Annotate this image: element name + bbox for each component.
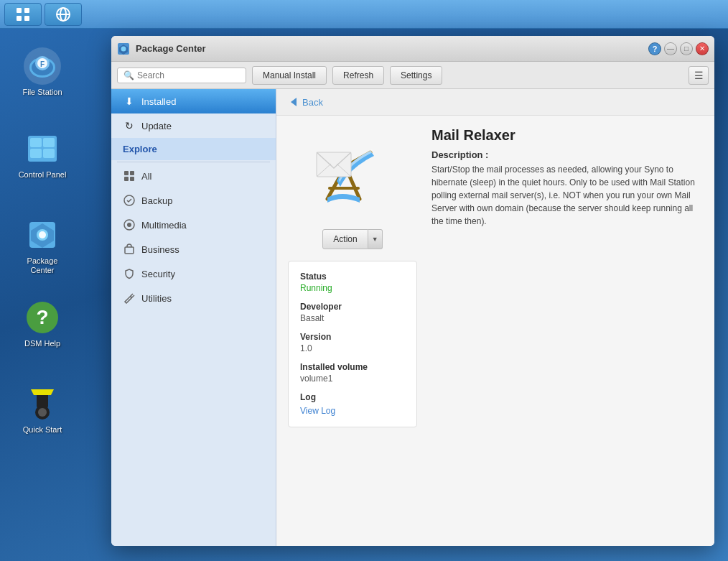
action-dropdown[interactable]: ▼ [368, 229, 383, 249]
sidebar-item-all[interactable]: All [111, 164, 276, 188]
backup-label: Backup [141, 195, 172, 206]
sidebar-item-explore[interactable]: Explore [111, 138, 276, 160]
toolbar: 🔍 Manual Install Refresh Settings ☰ [111, 62, 714, 89]
multimedia-icon [123, 218, 136, 231]
app-card: Action ▼ Status Running Developer [288, 127, 417, 534]
developer-label: Developer [300, 302, 405, 312]
status-value: Running [300, 283, 405, 293]
svg-rect-33 [124, 177, 129, 181]
svg-rect-44 [317, 152, 351, 177]
status-label: Status [300, 272, 405, 282]
sidebar-item-backup[interactable]: Backup [111, 188, 276, 213]
quick-start-label: Quick Start [23, 425, 62, 435]
help-button[interactable]: ? [648, 42, 661, 55]
close-button[interactable]: ✕ [696, 42, 709, 55]
sidebar: ⬇ Installed ↻ Update Explore All [111, 89, 276, 546]
svg-rect-32 [130, 171, 134, 175]
explore-label: Explore [123, 144, 157, 154]
settings-button[interactable]: Settings [390, 66, 442, 85]
package-center-window: Package Center ? — □ ✕ 🔍 Manual Install … [111, 36, 714, 546]
refresh-button[interactable]: Refresh [332, 66, 384, 85]
version-row: Version 1.0 [300, 332, 405, 353]
description-label: Description : [431, 149, 703, 160]
update-label: Update [141, 121, 172, 131]
sidebar-item-utilities[interactable]: Utilities [111, 286, 276, 310]
desktop-icon-dsm-help[interactable]: ? DSM Help [10, 295, 75, 353]
svg-rect-17 [43, 149, 55, 158]
main-content: ⬇ Installed ↻ Update Explore All [111, 89, 714, 546]
back-arrow-icon [288, 96, 299, 108]
svg-rect-38 [125, 247, 134, 254]
installed-volume-row: Installed volume volume1 [300, 362, 405, 384]
desktop-icon-package-center[interactable]: Package Center [10, 212, 75, 279]
info-panel: Mail Relaxer Description : Start/Stop th… [431, 127, 703, 534]
maximize-button[interactable]: □ [680, 42, 693, 55]
quick-start-icon-img [24, 385, 61, 422]
svg-rect-1 [24, 8, 29, 13]
menu-icon: ☰ [694, 70, 704, 81]
dsm-help-label: DSM Help [24, 339, 60, 348]
view-log-link[interactable]: View Log [300, 406, 335, 416]
desktop-icon-control-panel[interactable]: Control Panel [10, 126, 75, 184]
business-label: Business [141, 244, 179, 255]
action-container: Action ▼ [322, 229, 382, 249]
log-label: Log [300, 392, 405, 402]
installed-label: Installed [141, 96, 176, 107]
dsm-help-icon-img: ? [24, 299, 61, 336]
svg-rect-14 [30, 138, 42, 147]
multimedia-label: Multimedia [141, 220, 187, 231]
backup-icon [123, 194, 136, 207]
utilities-icon [123, 292, 136, 305]
developer-value: Basalt [300, 313, 405, 323]
developer-row: Developer Basalt [300, 302, 405, 323]
minimize-button[interactable]: — [664, 42, 677, 55]
version-value: 1.0 [300, 343, 405, 353]
sidebar-item-installed[interactable]: ⬇ Installed [111, 89, 276, 113]
all-icon [123, 170, 136, 182]
toolbar-menu-button[interactable]: ☰ [689, 66, 709, 85]
desktop-icon-quick-start[interactable]: Quick Start [10, 381, 75, 439]
svg-rect-15 [43, 138, 55, 147]
utilities-label: Utilities [141, 293, 172, 304]
sidebar-item-multimedia[interactable]: Multimedia [111, 213, 276, 237]
search-box[interactable]: 🔍 [117, 68, 246, 83]
update-icon: ↻ [123, 119, 136, 132]
detail-body: Action ▼ Status Running Developer [276, 116, 714, 546]
svg-rect-31 [124, 171, 129, 175]
mail-relaxer-icon [309, 131, 396, 217]
window-controls: ? — □ ✕ [648, 42, 709, 55]
svg-point-37 [127, 223, 131, 227]
svg-marker-26 [31, 389, 54, 395]
manual-install-button[interactable]: Manual Install [252, 66, 327, 85]
status-row: Status Running [300, 272, 405, 293]
back-label: Back [302, 97, 323, 108]
globe-button[interactable] [45, 3, 82, 26]
svg-rect-3 [24, 16, 29, 21]
sidebar-item-business[interactable]: Business [111, 237, 276, 261]
installed-icon: ⬇ [123, 95, 136, 108]
search-input[interactable] [137, 70, 238, 80]
action-button[interactable]: Action [322, 229, 368, 249]
back-button[interactable]: Back [288, 96, 323, 108]
svg-text:F: F [40, 60, 45, 68]
sidebar-item-update[interactable]: ↻ Update [111, 113, 276, 138]
security-icon [123, 267, 136, 280]
grid-icon [14, 6, 32, 23]
security-label: Security [141, 269, 175, 279]
detail-header: Back [276, 89, 714, 116]
window-title-icon [117, 42, 130, 55]
installed-volume-label: Installed volume [300, 362, 405, 372]
version-label: Version [300, 332, 405, 342]
taskbar [0, 0, 728, 29]
desktop-icon-file-station[interactable]: F File Station [10, 43, 75, 101]
business-icon [123, 243, 136, 256]
svg-text:?: ? [36, 306, 48, 328]
status-card: Status Running Developer Basalt Version … [288, 261, 417, 427]
package-center-icon-img [24, 216, 61, 254]
svg-rect-34 [130, 177, 134, 181]
installed-volume-value: volume1 [300, 374, 405, 384]
svg-rect-16 [30, 149, 42, 158]
sidebar-item-security[interactable]: Security [111, 261, 276, 286]
grid-button[interactable] [4, 3, 42, 26]
detail-panel: Back [276, 89, 714, 546]
